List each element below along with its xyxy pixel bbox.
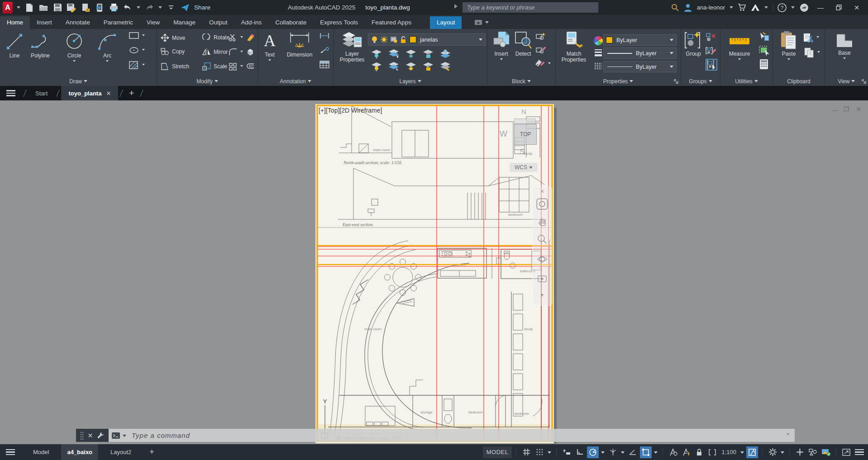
layer-on-all-icon[interactable] bbox=[371, 62, 382, 71]
object-snap-toggle[interactable] bbox=[640, 446, 652, 458]
hatch-button[interactable] bbox=[129, 61, 145, 70]
navigation-bar[interactable]: ✕ ▾ bbox=[532, 186, 552, 306]
customize-qat-button[interactable] bbox=[166, 3, 176, 13]
isometric-drafting-toggle[interactable] bbox=[607, 446, 619, 458]
search-expand-icon[interactable] bbox=[454, 4, 460, 9]
command-close-icon[interactable]: ✕ bbox=[88, 432, 93, 439]
layer-thaw-all-icon[interactable] bbox=[405, 62, 417, 71]
viewport-scale-button[interactable]: 1:100 bbox=[720, 446, 738, 458]
command-input[interactable] bbox=[126, 431, 786, 440]
clean-screen-button[interactable] bbox=[840, 446, 852, 458]
tab-home[interactable]: Home bbox=[0, 16, 30, 29]
leader-button[interactable] bbox=[320, 47, 329, 54]
ellipse-button[interactable] bbox=[129, 46, 145, 54]
assistant-icon[interactable] bbox=[799, 3, 809, 13]
stretch-button[interactable]: Stretch bbox=[161, 62, 189, 71]
layout-menu-button[interactable] bbox=[0, 444, 21, 460]
offset-button[interactable] bbox=[246, 62, 255, 70]
wcs-menu[interactable]: WCS bbox=[510, 163, 538, 172]
create-block-button[interactable] bbox=[535, 32, 546, 41]
zoom-magnifier-icon[interactable] bbox=[537, 234, 548, 245]
search-input[interactable] bbox=[463, 2, 598, 13]
tab-featured-apps[interactable]: Featured Apps bbox=[365, 16, 418, 29]
ungroup-button[interactable] bbox=[706, 33, 716, 42]
model-tab[interactable]: Model bbox=[27, 444, 55, 460]
restore-button[interactable] bbox=[832, 2, 845, 13]
snap-caret-icon[interactable] bbox=[548, 451, 551, 455]
group-selection-toggle[interactable] bbox=[706, 59, 717, 71]
model-space-toggle[interactable]: MODEL bbox=[483, 446, 512, 458]
share-button[interactable] bbox=[180, 3, 190, 13]
command-recent-caret-icon[interactable] bbox=[123, 435, 126, 439]
command-expand-caret-icon[interactable]: ⌃ bbox=[786, 432, 790, 439]
tab-manage[interactable]: Manage bbox=[167, 16, 202, 29]
status-customization-button[interactable] bbox=[854, 446, 865, 458]
workspace-caret-icon[interactable] bbox=[781, 451, 784, 455]
help-icon[interactable]: ? bbox=[777, 3, 787, 12]
navigation-wheel-icon[interactable] bbox=[536, 198, 548, 210]
dimension-button[interactable]: Dimension bbox=[281, 31, 318, 58]
layer-viewport-freeze-icon[interactable] bbox=[390, 36, 398, 43]
graphics-performance-button[interactable] bbox=[820, 446, 832, 458]
text-caret-icon[interactable] bbox=[268, 59, 271, 62]
command-drag-handle-icon[interactable] bbox=[80, 432, 84, 440]
rotate-button[interactable]: Rotate bbox=[202, 33, 229, 42]
drawing-restore-icon[interactable]: ❐ bbox=[844, 106, 849, 113]
app-store-cart-icon[interactable] bbox=[738, 4, 746, 11]
redo-caret-icon[interactable] bbox=[158, 6, 162, 10]
layer-combo-caret-icon[interactable] bbox=[479, 38, 482, 43]
mirror-button[interactable]: Mirror bbox=[202, 48, 228, 56]
scale-button[interactable]: Scale bbox=[202, 62, 227, 71]
grid-display-toggle[interactable] bbox=[520, 446, 532, 458]
edit-attributes-button[interactable] bbox=[534, 59, 551, 69]
show-motion-icon[interactable] bbox=[537, 274, 548, 285]
trim-button[interactable] bbox=[229, 33, 243, 42]
object-snap-caret-icon[interactable] bbox=[654, 451, 658, 455]
file-tab-menu-button[interactable] bbox=[0, 86, 22, 100]
cut-button[interactable] bbox=[803, 33, 819, 43]
pan-hand-icon[interactable] bbox=[537, 216, 548, 227]
close-button[interactable]: ✕ bbox=[850, 2, 863, 13]
layer-unisolate-icon[interactable] bbox=[388, 62, 400, 71]
layer-freeze-icon[interactable] bbox=[405, 49, 417, 59]
orbit-icon[interactable] bbox=[537, 254, 548, 265]
layer-thaw-sun-icon[interactable] bbox=[380, 36, 388, 43]
tab-add-ins[interactable]: Add-ins bbox=[234, 16, 268, 29]
tab-output[interactable]: Output bbox=[202, 16, 234, 29]
user-avatar-icon[interactable] bbox=[683, 3, 692, 12]
select-all-button[interactable] bbox=[758, 45, 770, 56]
draw-panel-label[interactable]: Draw bbox=[0, 78, 157, 85]
insert-block-caret-icon[interactable] bbox=[500, 58, 503, 62]
save-to-mobile-button[interactable] bbox=[81, 3, 91, 13]
measure-caret-icon[interactable] bbox=[738, 58, 741, 62]
isometric-caret-icon[interactable] bbox=[621, 451, 625, 455]
command-input-field[interactable]: ⌃ bbox=[109, 429, 795, 442]
lineweight-combo[interactable]: ByLayer bbox=[603, 47, 677, 59]
table-button[interactable] bbox=[320, 61, 329, 68]
open-file-button[interactable] bbox=[38, 3, 48, 13]
layer-lock-icon[interactable] bbox=[422, 49, 434, 59]
base-view-button[interactable]: Base bbox=[834, 33, 855, 61]
undo-button[interactable] bbox=[123, 3, 133, 13]
layer-unlock-all-icon[interactable] bbox=[422, 62, 434, 71]
viewcube-face[interactable]: TOP bbox=[514, 124, 537, 145]
tab-parametric[interactable]: Parametric bbox=[97, 16, 140, 29]
arc-button[interactable]: Arc bbox=[93, 32, 121, 63]
match-properties-button[interactable]: Match Properties bbox=[559, 31, 589, 63]
help-menu-caret-icon[interactable] bbox=[791, 6, 795, 10]
utilities-panel-label[interactable]: Utilities bbox=[720, 78, 773, 85]
minimize-button[interactable]: — bbox=[814, 2, 827, 13]
open-from-mobile-button[interactable] bbox=[95, 3, 105, 13]
arc-caret-icon[interactable] bbox=[106, 60, 109, 63]
quick-calculator-button[interactable] bbox=[759, 59, 768, 70]
linetype-combo[interactable]: ByLayer bbox=[603, 61, 677, 72]
detect-button[interactable]: Detect bbox=[514, 31, 533, 57]
layer-select-combo[interactable]: janelas bbox=[368, 33, 486, 46]
dynamic-input-toggle[interactable] bbox=[561, 446, 572, 458]
drawing-minimize-icon[interactable]: — bbox=[832, 107, 838, 114]
save-as-button[interactable] bbox=[67, 3, 76, 13]
annotation-autoscale-toggle[interactable] bbox=[680, 446, 692, 458]
ortho-mode-toggle[interactable] bbox=[574, 446, 586, 458]
annotation-visibility-toggle[interactable] bbox=[667, 446, 679, 458]
ribbon-collapse-caret-icon[interactable] bbox=[485, 21, 489, 25]
